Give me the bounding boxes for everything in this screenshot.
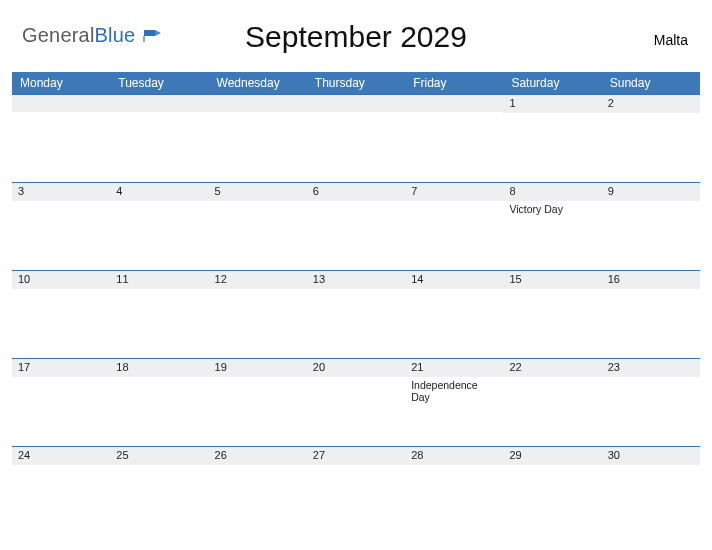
day-number: 9 <box>602 183 700 201</box>
day-number <box>12 95 110 112</box>
day-number: 20 <box>307 359 405 377</box>
brand-part2: Blue <box>95 24 136 46</box>
day-number: 12 <box>209 271 307 289</box>
day-number: 13 <box>307 271 405 289</box>
week-row: 24252627282930 <box>12 446 700 534</box>
event-label: Victory Day <box>509 201 595 215</box>
day-number <box>307 95 405 112</box>
day-cell: 26 <box>209 447 307 534</box>
day-cell <box>405 95 503 182</box>
week-row: 345678Victory Day9 <box>12 182 700 270</box>
day-cell: 11 <box>110 271 208 358</box>
day-cell: 23 <box>602 359 700 446</box>
day-cell <box>110 95 208 182</box>
day-number: 10 <box>12 271 110 289</box>
day-number: 1 <box>503 95 601 113</box>
dow-fri: Friday <box>405 76 503 90</box>
day-cell: 20 <box>307 359 405 446</box>
dow-wed: Wednesday <box>209 76 307 90</box>
dow-mon: Monday <box>12 76 110 90</box>
day-number <box>110 95 208 112</box>
day-cell: 17 <box>12 359 110 446</box>
day-cell <box>12 95 110 182</box>
event-label: Independence Day <box>411 377 497 403</box>
day-number: 25 <box>110 447 208 465</box>
day-number: 22 <box>503 359 601 377</box>
day-cell: 30 <box>602 447 700 534</box>
day-number: 14 <box>405 271 503 289</box>
week-row: 10111213141516 <box>12 270 700 358</box>
day-number: 26 <box>209 447 307 465</box>
dow-sat: Saturday <box>503 76 601 90</box>
region-label: Malta <box>654 32 688 48</box>
day-cell: 15 <box>503 271 601 358</box>
day-cell <box>209 95 307 182</box>
day-number: 27 <box>307 447 405 465</box>
day-number: 29 <box>503 447 601 465</box>
day-number: 24 <box>12 447 110 465</box>
day-cell: 25 <box>110 447 208 534</box>
day-number <box>405 95 503 112</box>
day-number: 19 <box>209 359 307 377</box>
day-cell: 7 <box>405 183 503 270</box>
day-cell: 29 <box>503 447 601 534</box>
day-cell: 24 <box>12 447 110 534</box>
day-number: 18 <box>110 359 208 377</box>
day-number: 21 <box>405 359 503 377</box>
day-number: 16 <box>602 271 700 289</box>
day-number: 5 <box>209 183 307 201</box>
day-cell <box>307 95 405 182</box>
day-cell: 27 <box>307 447 405 534</box>
day-cell: 2 <box>602 95 700 182</box>
day-cell: 16 <box>602 271 700 358</box>
day-cell: 28 <box>405 447 503 534</box>
dow-sun: Sunday <box>602 76 700 90</box>
day-cell: 18 <box>110 359 208 446</box>
day-number: 6 <box>307 183 405 201</box>
day-number: 2 <box>602 95 700 113</box>
day-number: 23 <box>602 359 700 377</box>
day-number: 4 <box>110 183 208 201</box>
week-row: 1718192021Independence Day2223 <box>12 358 700 446</box>
day-cell: 12 <box>209 271 307 358</box>
day-cell: 21Independence Day <box>405 359 503 446</box>
flag-icon <box>143 26 163 49</box>
day-cell: 1 <box>503 95 601 182</box>
brand-logo: GeneralBlue <box>22 24 163 49</box>
day-number: 15 <box>503 271 601 289</box>
calendar-grid: 12345678Victory Day910111213141516171819… <box>12 94 700 534</box>
brand-part1: General <box>22 24 95 46</box>
day-cell: 8Victory Day <box>503 183 601 270</box>
day-cell: 6 <box>307 183 405 270</box>
day-cell: 22 <box>503 359 601 446</box>
day-number: 8 <box>503 183 601 201</box>
day-number: 30 <box>602 447 700 465</box>
day-cell: 13 <box>307 271 405 358</box>
day-cell: 5 <box>209 183 307 270</box>
day-cell: 10 <box>12 271 110 358</box>
day-number: 28 <box>405 447 503 465</box>
day-of-week-header: Monday Tuesday Wednesday Thursday Friday… <box>12 72 700 94</box>
dow-tue: Tuesday <box>110 76 208 90</box>
day-number <box>209 95 307 112</box>
day-cell: 14 <box>405 271 503 358</box>
week-row: 12 <box>12 94 700 182</box>
day-number: 17 <box>12 359 110 377</box>
day-cell: 19 <box>209 359 307 446</box>
day-cell: 4 <box>110 183 208 270</box>
calendar-header: GeneralBlue September 2029 Malta <box>12 18 700 66</box>
day-number: 11 <box>110 271 208 289</box>
day-cell: 9 <box>602 183 700 270</box>
day-number: 7 <box>405 183 503 201</box>
day-cell: 3 <box>12 183 110 270</box>
day-number: 3 <box>12 183 110 201</box>
dow-thu: Thursday <box>307 76 405 90</box>
